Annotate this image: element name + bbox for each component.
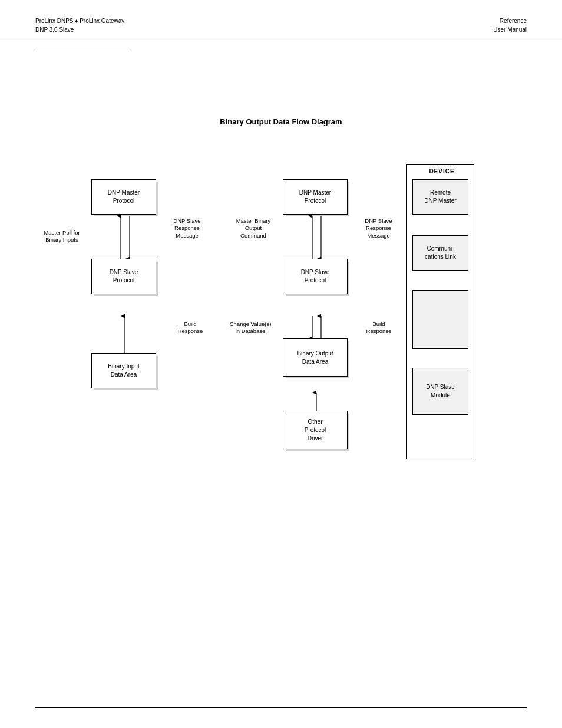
label-build-response-left: BuildResponse xyxy=(170,321,211,335)
label-dnp-slave-response-left: DNP SlaveResponseMessage xyxy=(162,218,212,239)
dnp-slave-protocol-right: DNP SlaveProtocol xyxy=(283,259,348,294)
dnp-master-protocol-right: DNP MasterProtocol xyxy=(283,179,348,215)
diagram-area: DNP MasterProtocol DNP SlaveProtocol Bin… xyxy=(0,138,562,503)
page-header: ProLinx DNPS ♦ ProLinx Gateway DNP 3.0 S… xyxy=(0,0,562,39)
label-device: DEVICE xyxy=(424,167,459,175)
label-dnp-slave-response-right: DNP SlaveResponseMessage xyxy=(353,218,404,239)
device-blank-middle xyxy=(412,290,468,349)
binary-output-data-area: Binary OutputData Area xyxy=(283,338,348,377)
header-left: ProLinx DNPS ♦ ProLinx Gateway DNP 3.0 S… xyxy=(35,17,124,34)
dnp-slave-protocol-left: DNP SlaveProtocol xyxy=(91,259,156,294)
diagram-title: Binary Output Data Flow Diagram xyxy=(0,117,562,126)
header-right: Reference User Manual xyxy=(493,17,527,34)
label-master-binary-output: Master BinaryOutputCommand xyxy=(224,218,283,239)
remote-dnp-master: RemoteDNP Master xyxy=(412,179,468,215)
underline-section xyxy=(35,50,130,51)
dnp-master-protocol-left: DNP MasterProtocol xyxy=(91,179,156,215)
dnp-slave-module: DNP SlaveModule xyxy=(412,368,468,415)
other-protocol-driver: OtherProtocolDriver xyxy=(283,411,348,449)
label-build-response-right: BuildResponse xyxy=(358,321,399,335)
communications-link: Communi-cations Link xyxy=(412,235,468,271)
binary-input-data-area: Binary InputData Area xyxy=(91,353,156,388)
page-footer xyxy=(35,707,527,711)
label-change-values: Change Value(s)in Database xyxy=(218,321,283,335)
label-master-poll: Master Poll forBinary Inputs xyxy=(35,229,88,244)
